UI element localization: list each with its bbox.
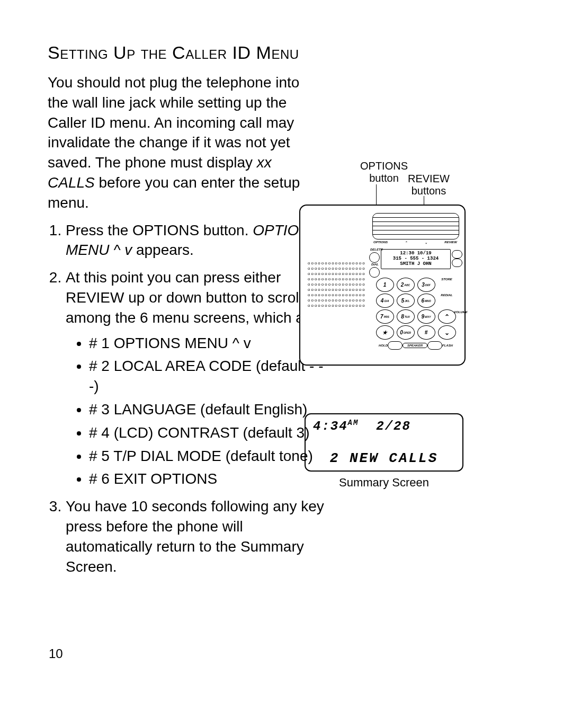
summary-caption: Summary Screen: [305, 476, 463, 490]
step1-pre: Press the OPTIONS button.: [66, 222, 253, 238]
summary-time: 4:34: [313, 419, 348, 433]
key-star[interactable]: ★: [376, 325, 394, 340]
lcd-line3: SMITH J OHN: [381, 262, 450, 267]
bullet-5: # 5 T/P DIAL MODE (default tone): [89, 446, 330, 466]
dial-button[interactable]: [369, 267, 380, 278]
key-1-label: 1: [383, 282, 387, 288]
key-4[interactable]: 4GHI: [376, 294, 394, 308]
steps-list: Press the OPTIONS button. OPTIONS MENU ^…: [48, 220, 330, 577]
strip-caret-up-icon: ⌃: [405, 241, 407, 247]
key-8-label: 8: [401, 314, 404, 319]
phone-diagram: OPTIONS button REVIEW buttons oooooooooo…: [299, 205, 469, 366]
menu-bullets: # 1 OPTIONS MENU ^ v # 2 LOCAL AREA CODE…: [89, 333, 330, 490]
intro-paragraph: You should not plug the telephone into t…: [48, 73, 312, 213]
strip-review-label: REVIEW: [444, 241, 457, 247]
hold-button[interactable]: [388, 341, 403, 350]
bullet-2: # 2 LOCAL AREA CODE (default - - -): [89, 356, 330, 396]
earpiece-bezel: [372, 213, 459, 239]
button-strip: OPTIONS ⌃ ⌄ REVIEW: [373, 241, 457, 247]
key-2-label: 2: [401, 282, 404, 288]
summary-line2: 2 NEW CALLS: [313, 450, 455, 466]
key-6-sub: MNO: [425, 299, 431, 303]
redial-label: REDIAL: [438, 294, 456, 308]
dial-label: DIAL: [371, 263, 379, 266]
key-4-sub: GHI: [384, 299, 389, 303]
volume-down-button[interactable]: ⌄: [438, 325, 456, 340]
key-3[interactable]: 3DEF: [417, 278, 435, 292]
store-label: STORE: [438, 278, 456, 292]
key-0-sub: OPER: [404, 331, 411, 334]
key-6-label: 6: [421, 298, 424, 304]
bullet-3: # 3 LANGUAGE (default English): [89, 399, 330, 420]
star-icon: ★: [382, 330, 387, 335]
step-3: You have 10 seconds following any key pr…: [66, 496, 330, 576]
volume-label: VOLUME: [454, 310, 468, 314]
key-7-sub: PRS: [384, 315, 389, 318]
flash-button[interactable]: [427, 341, 442, 350]
key-1[interactable]: 1: [376, 278, 394, 292]
key-4-label: 4: [381, 298, 384, 304]
keypad: 1 2ABC 3DEF STORE 4GHI 5JKL 6MNO REDIAL …: [374, 278, 457, 340]
summary-line1: 4:34AM 2/28: [313, 419, 455, 433]
hold-label: HOLD: [379, 344, 388, 347]
phone-body: oooooooooooooooooooooooooooooooooooooooo…: [299, 205, 466, 366]
bullet-1: # 1 OPTIONS MENU ^ v: [89, 333, 330, 353]
review-up-button[interactable]: [452, 250, 462, 259]
key-3-sub: DEF: [425, 283, 431, 287]
step1-post: appears.: [132, 242, 194, 258]
chevron-down-icon: ⌄: [444, 329, 450, 336]
key-5-label: 5: [401, 298, 404, 304]
page-number: 10: [49, 646, 63, 661]
key-6[interactable]: 6MNO: [417, 294, 435, 308]
key-7[interactable]: 7PRS: [376, 309, 394, 324]
key-2-sub: ABC: [404, 283, 410, 287]
summary-screen-display: 4:34AM 2/28 2 NEW CALLS: [305, 413, 463, 472]
summary-screen-figure: 4:34AM 2/28 2 NEW CALLS Summary Screen: [305, 413, 463, 490]
step2-text: At this point you can press either REVIE…: [66, 269, 321, 326]
speaker-grill: oooooooooooooooooooooooooooooooooooooooo…: [308, 261, 366, 308]
step-2: At this point you can press either REVIE…: [66, 268, 330, 489]
key-9[interactable]: 9WXY: [417, 309, 435, 324]
key-8-sub: TUV: [405, 315, 410, 318]
flash-label: FLASH: [442, 344, 453, 347]
delete-button[interactable]: [369, 252, 380, 263]
key-hash[interactable]: #: [417, 325, 435, 340]
summary-ampm: AM: [348, 419, 359, 427]
bottom-controls: HOLD SPEAKER FLASH: [379, 341, 453, 350]
hash-icon: #: [425, 330, 428, 335]
key-3-label: 3: [422, 282, 425, 288]
volume-up-button[interactable]: ⌃: [438, 309, 456, 324]
phone-lcd: 12:30 10/19 315 - 555 - 1324 SMITH J OHN: [381, 249, 451, 269]
section-heading: Setting Up the Caller ID Menu: [48, 42, 535, 63]
key-0-label: 0: [400, 330, 403, 335]
label-options-button: OPTIONS button: [360, 160, 408, 184]
speaker-button[interactable]: SPEAKER: [403, 343, 427, 348]
summary-date: 2/28: [376, 419, 411, 433]
key-9-sub: WXY: [425, 315, 431, 318]
review-down-button[interactable]: [452, 259, 462, 267]
key-2[interactable]: 2ABC: [397, 278, 415, 292]
key-7-label: 7: [380, 314, 383, 319]
key-5-sub: JKL: [405, 299, 409, 303]
key-9-label: 9: [422, 314, 425, 319]
key-5[interactable]: 5JKL: [397, 294, 415, 308]
bullet-4: # 4 (LCD) CONTRAST (default 3): [89, 423, 330, 443]
strip-caret-down-icon: ⌄: [425, 241, 427, 247]
step-1: Press the OPTIONS button. OPTIONS MENU ^…: [66, 220, 330, 261]
key-8[interactable]: 8TUV: [397, 309, 415, 324]
strip-options-label: OPTIONS: [373, 241, 388, 247]
bullet-6: # 6 EXIT OPTIONS: [89, 469, 330, 489]
label-review-buttons: REVIEW buttons: [408, 173, 450, 197]
chevron-up-icon: ⌃: [444, 313, 450, 321]
key-0[interactable]: 0OPER: [397, 325, 415, 340]
